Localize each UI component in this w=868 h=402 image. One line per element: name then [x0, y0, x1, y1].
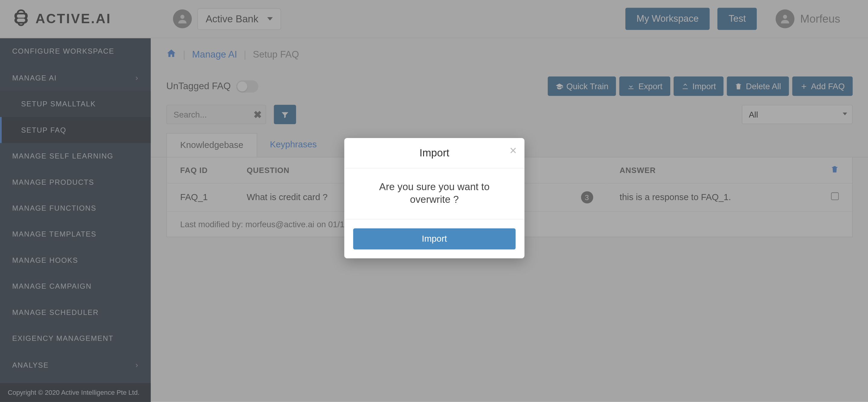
- modal-close-icon[interactable]: ×: [510, 144, 517, 158]
- modal-import-button[interactable]: Import: [353, 228, 516, 249]
- modal-footer: Import: [344, 219, 524, 258]
- modal-header: Import ×: [344, 138, 524, 168]
- modal-title: Import: [420, 147, 450, 158]
- import-modal: Import × Are you sure you want to overwr…: [344, 138, 524, 258]
- modal-body: Are you sure you want to overwrite ?: [344, 168, 524, 219]
